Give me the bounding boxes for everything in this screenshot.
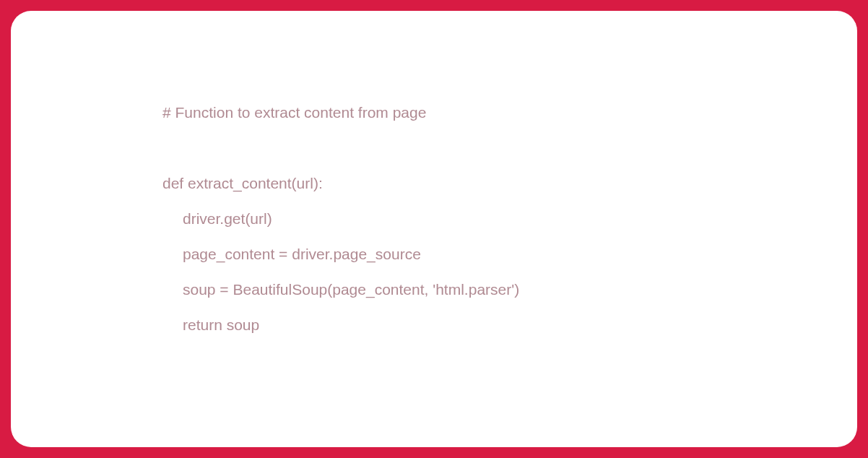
code-def-line: def extract_content(url):	[162, 176, 706, 191]
code-block: # Function to extract content from page …	[162, 105, 706, 332]
code-body-line: page_content = driver.page_source	[162, 246, 706, 262]
code-body-line: soup = BeautifulSoup(page_content, 'html…	[162, 282, 706, 297]
code-return-line: return soup	[162, 317, 706, 332]
code-comment: # Function to extract content from page	[162, 105, 706, 120]
code-blank-line	[162, 140, 706, 155]
code-card: # Function to extract content from page …	[11, 11, 857, 447]
code-body-line: driver.get(url)	[162, 211, 706, 226]
